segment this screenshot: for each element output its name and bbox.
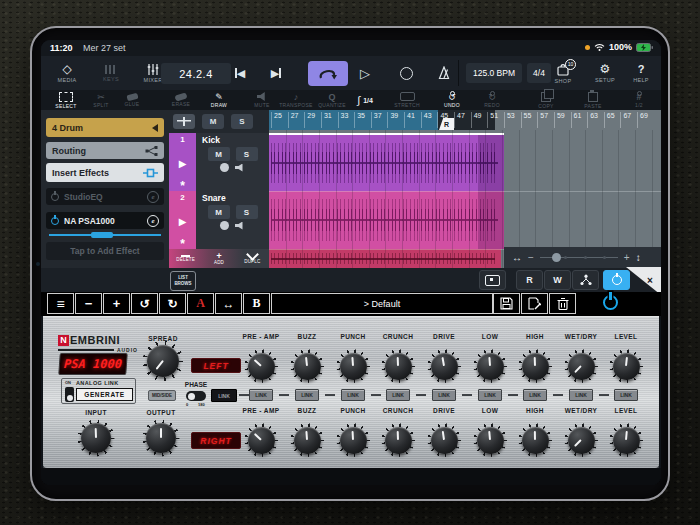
link-button[interactable]: LINK — [341, 389, 365, 401]
add-track-button[interactable]: + ADD — [202, 249, 235, 268]
grid-value-button[interactable]: # 1/2 — [619, 91, 659, 109]
shop-button[interactable]: 10 SHOP — [543, 59, 583, 87]
knob-left-wet-dry[interactable] — [562, 347, 600, 385]
stretch-tool[interactable]: STRETCH — [387, 91, 427, 109]
tool-transpose[interactable]: ♪TRANSPOSE — [276, 91, 316, 109]
copy-button[interactable]: COPY — [526, 91, 566, 109]
output-knob[interactable] — [140, 417, 182, 459]
value-increase-button[interactable] — [103, 293, 130, 314]
list-browser-button[interactable]: LIST BROWS — [170, 271, 196, 291]
knob-left-pre-amp[interactable] — [242, 347, 280, 385]
fit-window-button[interactable] — [479, 270, 506, 290]
knob-right-wet-dry[interactable] — [562, 421, 600, 459]
knob-right-buzz[interactable] — [288, 421, 326, 459]
tool-draw[interactable]: ✎DRAW — [199, 91, 239, 109]
power-icon[interactable] — [51, 193, 59, 201]
knob-left-buzz[interactable] — [288, 347, 326, 385]
global-solo-button[interactable]: S — [231, 114, 253, 129]
track-header-kick[interactable]: 1 ▶ * Kick M S — [169, 133, 269, 191]
wet-dry-slider-handle[interactable] — [91, 232, 113, 238]
duplicate-track-button[interactable]: DUPLC — [236, 249, 269, 268]
value-decrease-button[interactable] — [75, 293, 102, 314]
setup-button[interactable]: ⚙ SETUP — [585, 59, 625, 87]
link-button[interactable]: LINK — [478, 389, 502, 401]
plugin-menu-button[interactable] — [47, 293, 74, 314]
redo-button[interactable]: ↻ REDO — [472, 91, 512, 109]
play-button[interactable]: ▷ — [354, 62, 376, 84]
link-button[interactable]: LINK — [523, 389, 547, 401]
plugin-undo-button[interactable] — [131, 293, 158, 314]
save-as-preset-button[interactable] — [521, 293, 548, 314]
bpm-display[interactable]: 125.0 BPM — [466, 63, 522, 83]
knob-right-punch[interactable] — [334, 421, 372, 459]
generate-button[interactable]: GENERATE — [76, 388, 133, 401]
track-mute-button[interactable]: M — [208, 205, 230, 219]
analog-link-toggle[interactable] — [65, 387, 74, 402]
insert-slot-studioeq[interactable]: StudioEQ e — [46, 188, 164, 205]
v-zoom-icon[interactable] — [636, 253, 641, 263]
knob-left-high[interactable] — [516, 347, 554, 385]
link-master-button[interactable]: LINK — [211, 389, 237, 402]
record-button[interactable] — [395, 62, 417, 84]
follow-playhead-button[interactable] — [173, 114, 195, 129]
plugin-power-button[interactable] — [603, 270, 630, 290]
track-select-button[interactable]: 4 Drum — [46, 118, 164, 137]
undo-button[interactable]: ↺ UNDO — [432, 91, 472, 109]
spread-knob[interactable] — [140, 338, 186, 384]
position-display[interactable]: 24.2.4 — [161, 63, 231, 84]
compare-b-button[interactable]: B — [243, 293, 270, 314]
link-button[interactable]: LINK — [386, 389, 410, 401]
track-freeze-icon[interactable]: * — [180, 241, 185, 247]
tool-erase[interactable]: ERASE — [161, 91, 201, 109]
plugin-redo-button[interactable] — [159, 293, 186, 314]
track-header-snare[interactable]: 2 ▶ * Snare M S — [169, 191, 269, 249]
loop-button[interactable] — [308, 61, 348, 86]
knob-left-drive[interactable] — [425, 347, 463, 385]
link-button[interactable]: LINK — [295, 389, 319, 401]
track-monitor-icon[interactable] — [235, 222, 245, 230]
knob-left-low[interactable] — [471, 347, 509, 385]
link-button[interactable]: LINK — [432, 389, 456, 401]
go-to-end-button[interactable]: ▶ — [265, 62, 287, 84]
delete-preset-button[interactable] — [549, 293, 576, 314]
knob-right-low[interactable] — [471, 421, 509, 459]
h-zoom-icon[interactable] — [512, 253, 522, 263]
compare-a-button[interactable]: A — [187, 293, 214, 314]
tool-select[interactable]: SELECT — [46, 91, 86, 109]
link-button[interactable]: LINK — [614, 389, 638, 401]
link-button[interactable]: LINK — [569, 389, 593, 401]
tool-quantize[interactable]: QQUANTIZE — [312, 91, 352, 109]
track-monitor-icon[interactable] — [235, 164, 245, 172]
knob-right-crunch[interactable] — [379, 421, 417, 459]
zoom-slider[interactable] — [540, 257, 618, 258]
arrange-area[interactable]: 2527293133353739414345474951535557596163… — [269, 110, 661, 268]
knob-left-crunch[interactable] — [379, 347, 417, 385]
input-knob[interactable] — [75, 417, 117, 459]
write-automation-button[interactable]: W — [544, 270, 571, 290]
edit-icon[interactable]: e — [147, 191, 159, 203]
zoom-slider-handle[interactable] — [552, 253, 561, 262]
track-freeze-icon[interactable]: * — [180, 183, 185, 189]
paste-button[interactable]: PASTE — [573, 91, 613, 109]
global-mute-button[interactable]: M — [202, 114, 224, 129]
power-icon[interactable] — [51, 217, 59, 225]
media-button[interactable]: ◇ MEDIA — [47, 59, 87, 87]
preset-selector[interactable]: > Default — [271, 293, 493, 314]
read-automation-button[interactable]: R — [516, 270, 543, 290]
edit-icon[interactable]: e — [147, 215, 159, 227]
compare-swap-button[interactable] — [215, 293, 242, 314]
routing-node-button[interactable] — [572, 270, 599, 290]
knob-left-level[interactable] — [607, 347, 645, 385]
tool-glue[interactable]: GLUE — [112, 91, 152, 109]
metronome-button[interactable] — [433, 62, 455, 84]
save-preset-button[interactable] — [493, 293, 520, 314]
zoom-out-icon[interactable] — [528, 253, 534, 263]
timeline-ruler[interactable]: 2527293133353739414345474951535557596163… — [269, 110, 661, 130]
knob-right-level[interactable] — [607, 421, 645, 459]
plugin-bypass-power-button[interactable] — [603, 295, 618, 310]
track-record-icon[interactable] — [220, 163, 229, 172]
delete-track-button[interactable]: DELETE — [169, 249, 202, 268]
knob-right-drive[interactable] — [425, 421, 463, 459]
track-solo-button[interactable]: S — [236, 205, 258, 219]
knob-right-pre-amp[interactable] — [242, 421, 280, 459]
